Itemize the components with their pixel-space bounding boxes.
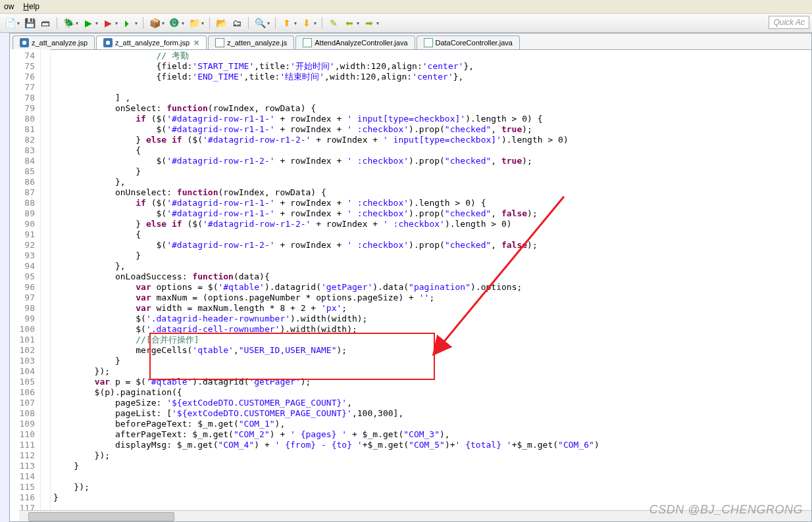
open-type-icon[interactable]: 📂 xyxy=(215,17,227,29)
run-icon[interactable]: ▶ xyxy=(82,17,94,29)
search-icon[interactable]: 🔍 xyxy=(254,17,266,29)
toolbar: 📄▾ 💾 🗃 🪲▾ ▶▾ ▶▾ ⏵▾ 📦▾ 🅒▾ 📁▾ 📂 🗂 🔍▾ ⬆▾ ⬇▾… xyxy=(0,14,812,33)
new-icon[interactable]: 📄 xyxy=(4,17,16,29)
new-class-icon[interactable]: 🅒 xyxy=(168,17,180,29)
back-icon[interactable]: ⬅ xyxy=(343,17,355,29)
menu-item-help[interactable]: Help xyxy=(23,2,39,11)
last-edit-icon[interactable]: ✎ xyxy=(328,17,340,29)
quick-access-input[interactable]: Quick Ac xyxy=(769,16,809,29)
debug-icon[interactable]: 🪲 xyxy=(63,17,74,29)
new-package-icon[interactable]: 📦 xyxy=(149,17,161,29)
prev-annotation-icon[interactable]: ⬆ xyxy=(281,17,293,29)
save-icon[interactable]: 💾 xyxy=(24,17,36,29)
next-annotation-icon[interactable]: ⬇ xyxy=(301,17,313,29)
new-folder-icon[interactable]: 📁 xyxy=(188,17,200,29)
open-task-icon[interactable]: 🗂 xyxy=(231,17,243,29)
run-external-icon[interactable]: ▶ xyxy=(102,17,114,29)
forward-icon[interactable]: ➡ xyxy=(363,17,375,29)
menu-item-window[interactable]: ow xyxy=(4,2,14,11)
menu-bar: ow Help xyxy=(0,0,812,14)
save-all-icon[interactable]: 🗃 xyxy=(39,17,51,29)
run-last-icon[interactable]: ⏵ xyxy=(122,17,134,29)
